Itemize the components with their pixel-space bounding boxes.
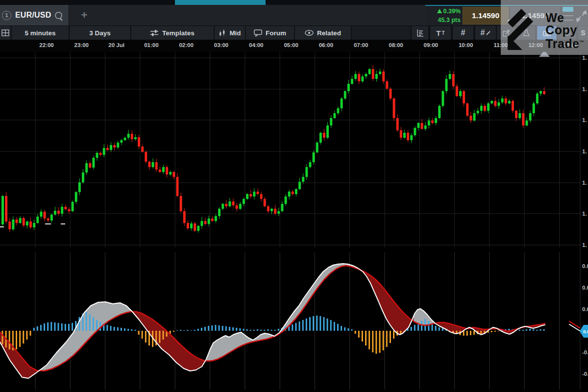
time-label: 10:00 <box>452 42 480 48</box>
toolbar-spacer <box>352 26 411 40</box>
change-points: 45.3 pts <box>426 16 461 24</box>
price-chart[interactable]: 0.01.1.1.1.1.1.1.0.00.00.0-0.-0. <box>0 0 588 392</box>
svg-text:1.: 1. <box>582 211 587 217</box>
time-label: 03:00 <box>208 42 235 48</box>
time-label: 08:00 <box>382 42 410 48</box>
related-label: Related <box>317 29 341 37</box>
time-label: 01:00 <box>138 42 165 48</box>
svg-text:1.: 1. <box>582 148 587 154</box>
forum-label: Forum <box>266 29 286 37</box>
text-tool-icon: T <box>436 29 441 37</box>
text-annotation-button[interactable]: T T <box>430 26 451 40</box>
change-block: 0.39% 45.3 pts <box>426 7 461 24</box>
depth-button[interactable] <box>412 26 428 40</box>
sliders-icon <box>150 29 159 36</box>
svg-text:-0.: -0. <box>582 349 588 355</box>
timeframe-button[interactable]: 5 minutes <box>12 26 69 40</box>
time-label: 07:00 <box>347 42 375 48</box>
layout-grid-icon <box>1 29 9 36</box>
chart-toolbar: 5 minutes 3 Days Templates Mid Forum Rel… <box>0 26 588 40</box>
grid-hash-icon: # <box>461 28 466 37</box>
window-top-strip <box>0 0 588 5</box>
svg-text:-0.: -0. <box>582 371 588 377</box>
grid-toggle-button[interactable]: # <box>453 26 473 40</box>
top-bar: 1 EUR/USD + 0.39% 45.3 pts 1.14590 1.145… <box>0 5 588 26</box>
time-label: 02:00 <box>172 42 200 48</box>
svg-text:0.0: 0.0 <box>582 285 588 291</box>
templates-label: Templates <box>162 29 195 37</box>
watermark-logo-icon <box>504 5 545 50</box>
depth-icon <box>416 29 424 37</box>
svg-text:1.: 1. <box>582 86 587 92</box>
new-chart-tab-button[interactable]: + <box>70 5 99 25</box>
time-label: 06:00 <box>312 42 340 48</box>
templates-button[interactable]: Templates <box>131 26 214 40</box>
layout-grid-button[interactable] <box>0 26 11 40</box>
forum-button[interactable]: Forum <box>246 26 294 40</box>
range-button[interactable]: 3 Days <box>70 26 130 40</box>
up-triangle-icon <box>437 9 442 13</box>
draw-hash-icon: # <box>481 28 485 37</box>
draw-tools-button[interactable]: # <box>475 26 496 40</box>
pencil-icon <box>486 31 490 35</box>
svg-text:1.: 1. <box>582 55 587 61</box>
change-percent: 0.39% <box>443 8 461 15</box>
text-tool-small-icon: T <box>442 30 445 36</box>
eye-icon <box>305 30 314 36</box>
range-label: 3 Days <box>89 29 111 37</box>
timeframe-label: 5 minutes <box>24 29 55 37</box>
search-icon[interactable] <box>55 12 62 19</box>
time-label: 23:00 <box>68 42 95 48</box>
price-type-label: Mid <box>229 29 241 37</box>
speech-bubble-icon <box>254 29 262 37</box>
time-axis[interactable]: 22:0023:0020 Jul01:0002:0003:0004:0005:0… <box>0 40 588 52</box>
svg-text:0.0: 0.0 <box>582 263 588 269</box>
related-button[interactable]: Related <box>295 26 351 40</box>
svg-text:0.0: 0.0 <box>582 306 588 312</box>
svg-text:1.: 1. <box>582 242 587 248</box>
instrument-tab[interactable]: 1 EUR/USD <box>0 5 69 25</box>
accent-bar <box>175 0 266 5</box>
svg-text:1.: 1. <box>582 180 587 186</box>
candlestick-icon <box>219 29 226 37</box>
time-label: 20 Jul <box>103 42 130 48</box>
price-type-button[interactable]: Mid <box>215 26 245 40</box>
time-label: 04:00 <box>243 42 270 48</box>
time-label: 22:00 <box>33 42 60 48</box>
trading-app-window: 0.01.1.1.1.1.1.1.0.00.00.0-0.-0. 1 EUR/U… <box>0 0 588 392</box>
time-label: 05:00 <box>277 42 305 48</box>
svg-text:1.: 1. <box>582 117 587 123</box>
instrument-name: EUR/USD <box>15 11 51 20</box>
svg-text:0.0: 0.0 <box>583 329 588 334</box>
watermark-text: We Copy Trade™ <box>545 12 584 50</box>
watermark-overlay: We Copy Trade™ <box>501 0 588 55</box>
chart-number-badge: 1 <box>2 11 11 20</box>
time-label: 09:00 <box>417 42 444 48</box>
